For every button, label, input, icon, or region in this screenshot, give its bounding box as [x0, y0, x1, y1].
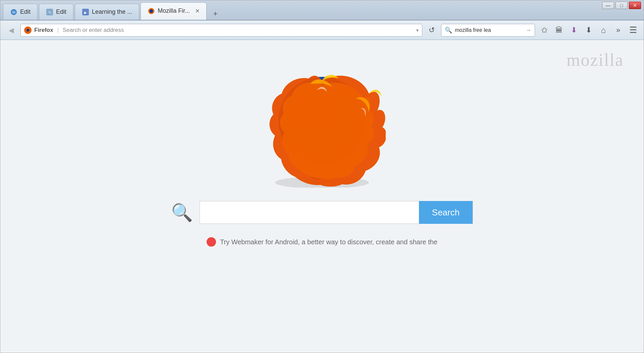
tab-4[interactable]: Mozilla Fir... ✕: [141, 2, 207, 20]
maximize-button[interactable]: □: [615, 2, 628, 9]
tab-4-close[interactable]: ✕: [195, 8, 200, 14]
tab-2[interactable]: ✎ Edit: [39, 4, 73, 20]
learning-icon: ▶: [82, 8, 89, 16]
close-button[interactable]: ✕: [629, 2, 641, 9]
firefox-tab-icon: [148, 7, 155, 15]
tab-4-label: Mozilla Fir...: [158, 7, 190, 14]
tab-1[interactable]: ✉ Edit: [3, 4, 38, 20]
download-button[interactable]: ⬇: [582, 23, 595, 37]
new-tab-button[interactable]: +: [209, 8, 221, 20]
search-bar[interactable]: 🔍 mozilla free lea →: [441, 24, 535, 37]
svg-text:✉: ✉: [12, 10, 15, 15]
back-button[interactable]: ◀: [4, 23, 18, 37]
mozilla-watermark: mozilla: [567, 50, 624, 70]
menu-button[interactable]: ☰: [626, 23, 640, 37]
search-go-icon[interactable]: →: [526, 27, 531, 33]
search-bar-icon: 🔍: [445, 27, 452, 34]
tab-1-label: Edit: [20, 8, 31, 15]
main-content: mozilla: [0, 40, 644, 353]
firefox-logo-container: [258, 60, 386, 188]
tab-3[interactable]: ▶ Learning the ...: [75, 4, 139, 20]
toolbar-actions: ✩ 🏛 ⬇ ⬇ ⌂ » ☰: [538, 23, 640, 37]
toolbar: ◀ Firefox | Search or enter address ▾ ↺ …: [0, 20, 644, 40]
bookmark-star-button[interactable]: ✩: [538, 23, 551, 37]
address-separator: |: [57, 27, 59, 33]
svg-point-7: [150, 9, 153, 13]
main-search-input[interactable]: [200, 201, 419, 223]
browser-window: ✉ Edit ✎ Edit: [0, 0, 644, 353]
search-magnifier-icon: 🔍: [171, 202, 193, 223]
address-placeholder[interactable]: Search or enter address: [63, 27, 414, 34]
svg-text:✎: ✎: [48, 10, 51, 14]
search-input-wrap: Search: [200, 201, 473, 224]
firefox-label: Firefox: [34, 27, 53, 34]
tab-3-label: Learning the ...: [92, 8, 132, 15]
minimize-button[interactable]: —: [602, 2, 614, 9]
address-dropdown-icon[interactable]: ▾: [416, 28, 419, 33]
window-controls: — □ ✕: [602, 2, 641, 9]
reload-button[interactable]: ↺: [425, 23, 438, 37]
bottom-section: Try Webmaker for Android, a better way t…: [207, 237, 437, 247]
safe-button[interactable]: 🏛: [552, 23, 566, 37]
pocket-button[interactable]: ⬇: [567, 23, 581, 37]
address-bar[interactable]: Firefox | Search or enter address ▾: [20, 24, 422, 37]
svg-point-9: [26, 29, 29, 32]
bottom-text-label: Try Webmaker for Android, a better way t…: [220, 238, 437, 246]
search-section: 🔍 Search: [171, 201, 473, 224]
search-bar-query[interactable]: mozilla free lea: [455, 27, 523, 33]
firefox-logo: [258, 60, 386, 188]
chat-icon: ✉: [10, 8, 17, 16]
svg-text:▶: ▶: [84, 11, 87, 14]
home-button[interactable]: ⌂: [597, 23, 610, 37]
webmaker-icon: [207, 237, 216, 247]
search-button[interactable]: Search: [419, 201, 473, 224]
firefox-brand-icon: [24, 27, 32, 34]
edit-icon: ✎: [46, 8, 53, 16]
tab-bar: ✉ Edit ✎ Edit: [0, 0, 644, 20]
tab-2-label: Edit: [56, 8, 66, 15]
overflow-button[interactable]: »: [611, 23, 625, 37]
